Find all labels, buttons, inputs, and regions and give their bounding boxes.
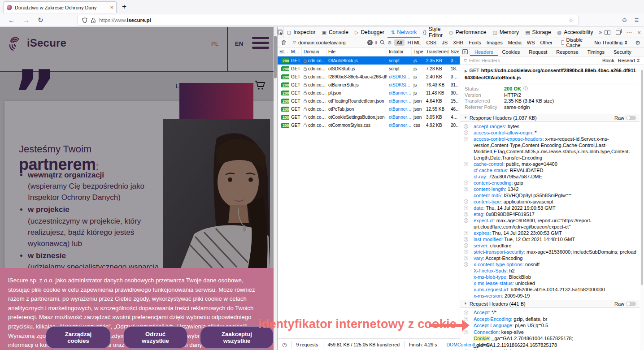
column-header-st[interactable]: St… (278, 48, 289, 56)
detail-tab-timings[interactable]: Timings (583, 48, 609, 56)
response-header-row[interactable]: ?content-encoding: gzip (460, 180, 640, 186)
response-header-row[interactable]: ?x-content-type-options: nosniff (460, 261, 640, 268)
help-icon[interactable]: ? (464, 237, 468, 242)
column-header-transferred[interactable]: Transferred (424, 48, 449, 56)
request-row[interactable]: 200GETcdn.co…otBannerSdk.jsotSDKSt…js76.… (278, 81, 460, 89)
devtools-menu-icon[interactable]: ⋯ (626, 29, 632, 36)
type-filter-other[interactable]: Other (538, 39, 555, 46)
response-header-row[interactable]: ?access-control-allow-origin: * (460, 130, 640, 136)
response-header-row[interactable]: ?date: Thu, 14 Jul 2022 19:00:53 GMT (460, 205, 640, 211)
column-header-file[interactable]: File (326, 48, 387, 56)
type-filter-all[interactable]: All (394, 39, 404, 46)
bookmark-star-icon[interactable]: ☆ (568, 17, 574, 24)
help-icon[interactable]: ? (464, 162, 468, 166)
help-icon[interactable]: ? (464, 218, 468, 223)
column-header-domain[interactable]: Domain (302, 48, 326, 56)
panel-toggle-icon[interactable] (460, 48, 470, 56)
disable-cache-checkbox[interactable]: Disable Cache (561, 37, 588, 48)
request-row[interactable]: 200GETcdn.co…pl.jsonotBanner…js11.43 KB3… (278, 89, 460, 97)
response-header-row[interactable]: x-ms-lease-status: unlocked (460, 280, 640, 286)
type-filter-media[interactable]: Media (506, 39, 524, 46)
type-filter-fonts[interactable]: Fonts (466, 39, 483, 46)
column-header-initiator[interactable]: Initiator (387, 48, 412, 56)
response-header-row[interactable]: ?content-length: 1342 (460, 186, 640, 192)
request-table-header[interactable]: St…M…DomainFileInitiatorTypeTransferredS… (278, 48, 460, 56)
request-row[interactable]: 200GETcdn.co…otCookieSettingsButton.json… (278, 113, 460, 121)
type-filter-xhr[interactable]: XHR (451, 39, 466, 46)
devtools-close-icon[interactable]: × (637, 29, 641, 36)
browser-tab[interactable]: Doradztwo w Zakresie Ochrony Dany × (4, 1, 117, 13)
response-header-row[interactable]: ?expires: Thu, 14 Jul 2022 23:00:53 GMT (460, 230, 640, 236)
request-header-row[interactable]: ?Accept: */* (460, 309, 640, 316)
column-header-m[interactable]: M… (289, 48, 302, 56)
response-header-row[interactable]: x-ms-request-id: b4952d0e-a01e-0014-2132… (460, 286, 640, 293)
raw-toggle[interactable] (626, 302, 636, 306)
response-header-row[interactable]: x-ms-version: 2009-09-19 (460, 293, 640, 299)
network-settings-gear-icon[interactable]: ⚙ (635, 39, 640, 46)
block-url-icon[interactable]: ⊘ (387, 40, 392, 46)
request-row[interactable]: 200GETcdn.co…otFloatingRoundedIcon.jsono… (278, 97, 460, 105)
request-url-block[interactable]: ▶GEThttps://cdn.cookielaw.org/consent/f2… (460, 65, 640, 83)
devtools-tab-memory[interactable]: ◫Memory (489, 27, 522, 38)
column-header-type[interactable]: Type (412, 48, 424, 56)
type-filter-html[interactable]: HTML (405, 39, 423, 46)
back-icon[interactable]: ← (8, 16, 15, 24)
page-scrollbar-thumb[interactable] (274, 36, 277, 78)
shield-icon[interactable] (82, 17, 87, 23)
devtools-tab-style-editor[interactable]: {}Style Editor (420, 27, 446, 38)
detail-tab-cookies[interactable]: Cookies (498, 48, 525, 56)
resend-button[interactable]: Resend ⇕ (618, 58, 640, 64)
throttling-select[interactable]: No Throttling ⇕ (594, 40, 628, 46)
collapse-triangle-icon[interactable]: ▼ (464, 115, 467, 121)
cookie-button-odrzuć-wszystkie[interactable]: Odrzuć wszystkie (123, 326, 187, 349)
tab-close-icon[interactable]: × (110, 4, 113, 11)
clear-requests-icon[interactable] (278, 38, 290, 47)
request-header-row[interactable]: ?Accept-Language: pl,en-US;q=0.5 (460, 322, 640, 329)
response-header-row[interactable]: ?etag: 0x8D98D8F4F819517 (460, 211, 640, 217)
devtools-tab-debugger[interactable]: ▷Debugger (352, 27, 387, 38)
help-icon[interactable]: ? (464, 250, 468, 254)
response-header-row[interactable]: ?server: cloudflare (460, 242, 640, 249)
lock-icon[interactable] (91, 17, 96, 23)
filter-headers-input[interactable]: Filter Headers (469, 58, 500, 63)
response-header-row[interactable]: ?strict-transport-security: max-age=3153… (460, 249, 640, 255)
expand-triangle-icon[interactable]: ▶ (465, 69, 467, 73)
request-row[interactable]: 200GETcdn.co…otPcTab.jsonotBanner…json12… (278, 105, 460, 113)
pause-traffic-icon[interactable]: ‖ (375, 40, 378, 45)
headers-scrollbar[interactable] (640, 65, 644, 350)
type-filter-ws[interactable]: WS (525, 39, 537, 46)
page-scrollbar[interactable] (274, 27, 277, 350)
url-bar[interactable]: https://www.isecure.pl ☆ (77, 15, 579, 26)
cookie-button-zarządzaj-cookies[interactable]: Zarządzaj cookies (46, 326, 111, 349)
help-icon[interactable]: ? (464, 124, 468, 129)
forward-icon[interactable]: → (23, 16, 30, 24)
help-icon[interactable]: ? (464, 187, 468, 191)
new-tab-button[interactable]: + (122, 2, 126, 11)
responsive-mode-icon[interactable] (605, 30, 610, 35)
response-header-row[interactable]: x-ms-blob-type: BlockBlob (460, 274, 640, 280)
request-header-row[interactable]: ?Accept-Encoding: gzip, deflate, br (460, 316, 640, 323)
clear-filter-icon[interactable]: ✕ (367, 40, 373, 45)
request-row[interactable]: 200GETcdn.co…otSDKStub.jsscriptjs7.28 KB… (278, 65, 460, 73)
response-header-row[interactable]: X-Firefox-Spdy: h2 (460, 268, 640, 274)
help-icon[interactable]: ? (464, 311, 468, 315)
request-header-row[interactable]: Cookie: _ga=GA1.2.704861004.1657825178; … (460, 335, 640, 348)
pocket-icon[interactable]: ⊖ (622, 17, 627, 23)
devtools-tab-storage[interactable]: ▤Storage (522, 27, 554, 38)
detail-tab-response[interactable]: Response (552, 48, 583, 56)
request-header-row[interactable]: ?Host: cdn.cookielaw.org (460, 348, 640, 350)
help-icon[interactable]: ? (464, 130, 468, 135)
request-headers-section[interactable]: ▼ Request Headers (441 B) Raw (460, 300, 640, 308)
response-header-row[interactable]: cf-ray: 72ac80f79f5a7b87-DME (460, 173, 640, 180)
response-header-row[interactable]: ?last-modified: Tue, 12 Oct 2021 14:48:1… (460, 236, 640, 242)
help-icon[interactable]: ? (464, 212, 468, 216)
type-filter-css[interactable]: CSS (424, 39, 439, 46)
devtools-tab-network[interactable]: ⇅Network (387, 27, 420, 38)
help-icon[interactable]: ? (464, 262, 468, 267)
separate-window-icon[interactable] (616, 30, 621, 35)
type-filter-js[interactable]: JS (439, 39, 450, 46)
devtools-tab-inspector[interactable]: ◻Inspector (284, 27, 319, 38)
response-headers-section[interactable]: ▼ Response Headers (1.037 KB) Raw (460, 114, 640, 122)
detail-tab-headers[interactable]: Headers (470, 48, 498, 56)
detail-tab-request[interactable]: Request (524, 48, 552, 56)
